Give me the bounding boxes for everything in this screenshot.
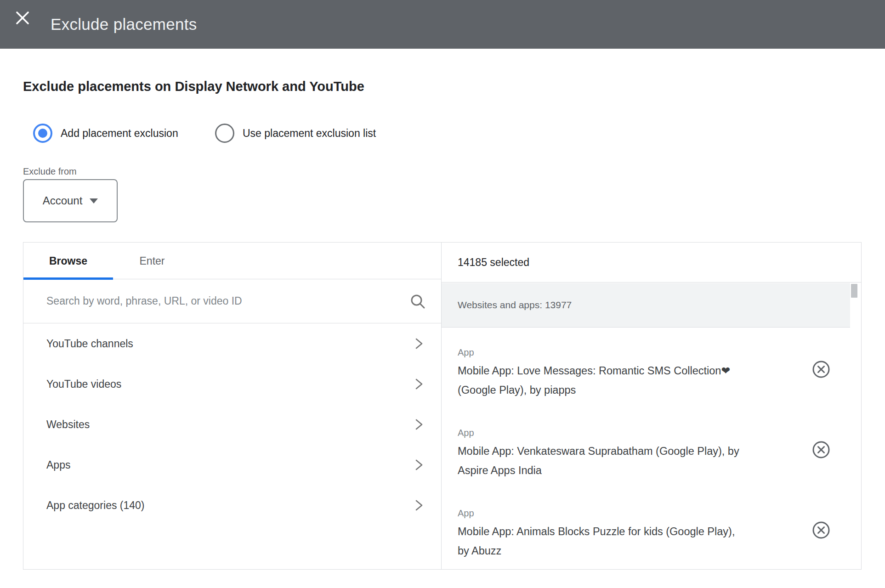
search-input[interactable] [46, 295, 368, 307]
item-type-label: App [458, 427, 861, 439]
category-youtube-channels[interactable]: YouTube channels [23, 323, 441, 364]
category-app-categories[interactable]: App categories (140) [23, 485, 441, 526]
selected-panel: 14185 selected Websites and apps: 13977 … [441, 243, 861, 569]
chevron-down-icon [90, 198, 98, 204]
selected-group-header: Websites and apps: 13977 [442, 283, 850, 328]
remove-item-icon[interactable] [812, 441, 830, 459]
selected-item: App Mobile App: Venkateswara Suprabatham… [458, 427, 861, 496]
radio-use-placement-exclusion-list[interactable]: Use placement exclusion list [215, 123, 376, 143]
selected-item: App Mobile App: Animals Blocks Puzzle fo… [458, 507, 861, 576]
search-icon[interactable] [410, 294, 425, 309]
radio-label: Add placement exclusion [61, 127, 178, 140]
selected-count: 14185 selected [458, 256, 529, 269]
exclude-from-value: Account [43, 194, 83, 207]
chevron-right-icon [413, 499, 425, 511]
remove-item-icon[interactable] [812, 360, 830, 379]
exclude-placements-dialog: Exclude placements Exclude placements on… [0, 0, 885, 588]
close-icon[interactable] [16, 11, 29, 24]
category-apps[interactable]: Apps [23, 445, 441, 485]
tab-bar: Browse Enter [23, 243, 441, 279]
chevron-right-icon [413, 378, 425, 390]
exclusion-mode-radio-group: Add placement exclusion Use placement ex… [0, 123, 885, 143]
radio-label: Use placement exclusion list [243, 127, 376, 140]
radio-add-placement-exclusion[interactable]: Add placement exclusion [33, 123, 178, 143]
selected-count-header: 14185 selected [442, 243, 861, 283]
category-websites[interactable]: Websites [23, 404, 441, 445]
scrollbar-thumb[interactable] [851, 284, 857, 298]
item-type-label: App [458, 507, 861, 519]
item-title: Mobile App: Animals Blocks Puzzle for ki… [458, 522, 805, 560]
chevron-right-icon [413, 338, 425, 350]
item-title: Mobile App: Love Messages: Romantic SMS … [458, 361, 805, 400]
group-header-label: Websites and apps: 13977 [458, 300, 572, 311]
page-title: Exclude placements on Display Network an… [23, 79, 364, 94]
radio-unselected-icon[interactable] [215, 124, 234, 143]
tab-browse[interactable]: Browse [23, 243, 113, 279]
tab-enter[interactable]: Enter [113, 243, 191, 279]
exclude-from-label: Exclude from [23, 166, 77, 177]
item-type-label: App [458, 346, 861, 358]
chevron-right-icon [413, 459, 425, 471]
item-title: Mobile App: Venkateswara Suprabatham (Go… [458, 441, 805, 480]
selected-item: App Mobile App: Love Messages: Romantic … [458, 346, 861, 415]
chevron-right-icon [413, 418, 425, 430]
search-bar [23, 279, 441, 323]
browse-panel: Browse Enter YouTube channels [23, 243, 441, 569]
dialog-topbar: Exclude placements [0, 0, 885, 49]
exclude-from-dropdown[interactable]: Account [23, 179, 118, 222]
category-list: YouTube channels YouTube videos Websites [23, 323, 441, 526]
dialog-title: Exclude placements [51, 0, 197, 49]
remove-item-icon[interactable] [812, 521, 830, 539]
category-youtube-videos[interactable]: YouTube videos [23, 364, 441, 404]
placements-panel: Browse Enter YouTube channels [23, 242, 862, 570]
radio-selected-icon[interactable] [33, 124, 52, 143]
